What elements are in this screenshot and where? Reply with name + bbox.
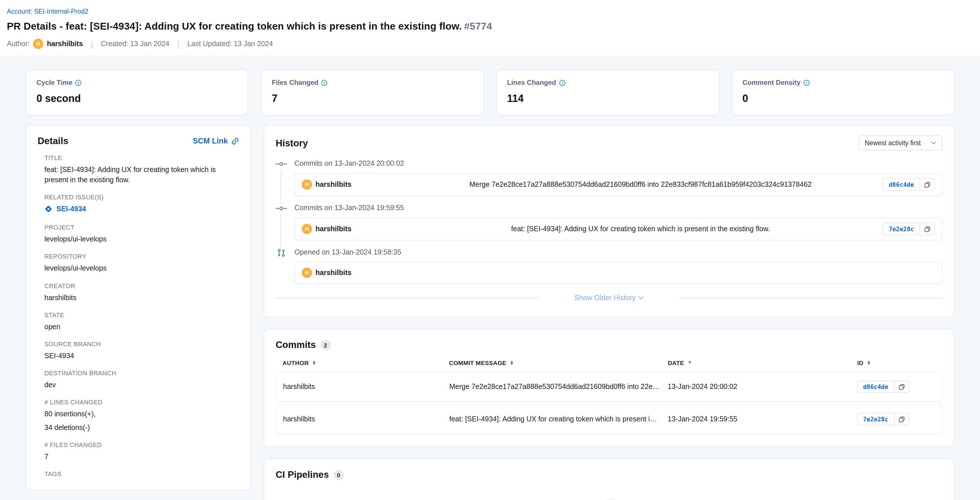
info-icon[interactable] (559, 80, 565, 86)
commit-icon (275, 160, 287, 168)
last-updated-date: Last Updated: 13 Jan 2024 (187, 40, 273, 48)
history-heading: History (275, 137, 308, 148)
issue-key: SEI-4934 (56, 205, 86, 213)
scm-link-label: SCM Link (193, 137, 228, 145)
show-older-history-label: Show Older History (574, 294, 635, 302)
metric-label: Comment Density (743, 79, 801, 86)
commit-hash-link[interactable]: 7e2e28c (882, 223, 920, 235)
created-date: Created: 13 Jan 2024 (101, 40, 169, 48)
copy-icon[interactable] (894, 413, 909, 425)
field-value: 80 insertions(+), (45, 409, 239, 419)
history-sort-dropdown[interactable]: Newest activity first (858, 135, 942, 150)
issue-type-icon (45, 205, 52, 213)
table-row: harshilbits Merge 7e2e28ce17a27a888e5307… (275, 372, 942, 401)
metric-card-lines-changed: Lines Changed 114 (496, 70, 719, 116)
commit-hash-link[interactable]: 7e2e28c (857, 413, 894, 425)
commit-message: feat: [SEI-4934]: Adding UX for creating… (399, 225, 882, 233)
cell-commit-message: Merge 7e2e28ce17a27a888e530754dd6ad21609… (449, 383, 668, 391)
field-value: SEI-4934 (45, 351, 239, 361)
column-header-id[interactable]: ID ▲▼ (857, 359, 935, 366)
copy-icon[interactable] (894, 381, 909, 393)
history-commit-card: H harshilbits Merge 7e2e28ce17a27a888e53… (294, 173, 942, 196)
column-header-date[interactable]: DATE ▼ (668, 359, 857, 366)
column-label: DATE (668, 359, 684, 366)
field-label: REPOSITORY (45, 253, 239, 260)
detail-field-files-changed: # FILES CHANGED 7 (45, 442, 239, 462)
table-row: harshilbits feat: [SEI-4934]: Adding UX … (275, 404, 942, 434)
info-icon[interactable] (803, 80, 810, 86)
ci-empty-state: No Data (275, 480, 942, 500)
sort-desc-icon: ▼ (687, 361, 692, 364)
commit-icon (275, 204, 287, 212)
cell-date: 13-Jan-2024 20:00:02 (668, 383, 857, 391)
metrics-row: Cycle Time 0 second Files Changed 7 Line… (25, 70, 955, 116)
field-label: TAGS (45, 471, 239, 478)
detail-field-project: PROJECT levelops/ui-levelops (45, 224, 239, 245)
metric-value: 7 (272, 93, 473, 105)
field-value: dev (45, 380, 239, 390)
field-value: open (45, 322, 239, 332)
commit-hash-link[interactable]: d86c4de (857, 381, 894, 393)
metric-label: Files Changed (272, 79, 318, 86)
commits-count-badge: 2 (320, 340, 331, 350)
copy-icon[interactable] (920, 178, 935, 191)
detail-field-related-issues: RELATED ISSUE(S) SEI-4934 (45, 194, 239, 215)
ci-pipelines-heading: CI Pipelines (275, 469, 329, 480)
field-value: feat: [SEI-4934]: Adding UX for creating… (45, 165, 239, 185)
detail-field-destination-branch: DESTINATION BRANCH dev (45, 369, 239, 390)
detail-field-source-branch: SOURCE BRANCH SEI-4934 (45, 341, 239, 361)
commit-hash-link[interactable]: d86c4de (882, 178, 920, 191)
details-heading: Details (38, 135, 68, 146)
column-label: AUTHOR (282, 359, 309, 366)
chevron-down-icon (931, 141, 936, 145)
show-older-history-link[interactable]: Show Older History (574, 294, 643, 302)
field-label: RELATED ISSUE(S) (45, 194, 239, 201)
scm-link[interactable]: SCM Link (193, 137, 239, 145)
history-opened-card: H harshilbits (294, 262, 942, 283)
page-content: Cycle Time 0 second Files Changed 7 Line… (0, 56, 980, 500)
commits-heading: Commits (275, 339, 316, 350)
commit-author: harshilbits (315, 180, 352, 188)
author-avatar: H (302, 179, 312, 189)
field-value: 7 (45, 452, 239, 462)
info-icon[interactable] (321, 80, 328, 86)
field-value: 34 deletions(-) (45, 422, 239, 433)
ci-pipelines-panel: CI Pipelines 0 No Data (264, 459, 955, 500)
page-header: Account: SEI-Internal-Prod2 PR Details -… (0, 0, 980, 56)
commit-message: Merge 7e2e28ce17a27a888e530754dd6ad21609… (399, 180, 882, 188)
sort-icon: ▲▼ (312, 360, 316, 365)
metric-card-cycle-time: Cycle Time 0 second (25, 70, 248, 116)
divider (679, 298, 942, 298)
history-panel: History Newest activity first Commits on… (264, 125, 955, 317)
copy-icon[interactable] (920, 223, 935, 235)
column-header-author[interactable]: AUTHOR ▲▼ (282, 359, 449, 366)
timeline-entry-label: Commits on 13-Jan-2024 20:00:02 (294, 159, 942, 167)
chevron-down-icon (639, 296, 644, 299)
detail-field-state: STATE open (45, 311, 239, 332)
timeline-entry: Commits on 13-Jan-2024 20:00:02 H harshi… (275, 159, 942, 196)
column-label: COMMIT MESSAGE (449, 359, 506, 366)
column-header-commit-message[interactable]: COMMIT MESSAGE ▲▼ (449, 359, 668, 366)
field-label: # LINES CHANGED (45, 399, 239, 406)
metric-label: Lines Changed (507, 79, 556, 86)
field-label: STATE (45, 311, 239, 318)
timeline-entry-label: Opened on 13-Jan-2024 19:58:35 (294, 248, 942, 256)
field-label: DESTINATION BRANCH (45, 369, 239, 376)
detail-field-tags: TAGS (45, 471, 239, 478)
page-title: PR Details - feat: [SEI-4934]: Adding UX… (7, 21, 973, 32)
detail-field-repository: REPOSITORY levelops/ui-levelops (45, 253, 239, 274)
commits-table-body: harshilbits Merge 7e2e28ce17a27a888e5307… (275, 372, 942, 434)
related-issue-link[interactable]: SEI-4934 (45, 205, 86, 213)
page-title-text: PR Details - feat: [SEI-4934]: Adding UX… (7, 21, 462, 32)
field-value: harshilbits (45, 292, 239, 303)
detail-field-creator: CREATOR harshilbits (45, 282, 239, 303)
empty-box-icon (598, 498, 620, 500)
field-label: CREATOR (45, 282, 239, 289)
timeline-entry: Opened on 13-Jan-2024 19:58:35 H harshil… (275, 248, 942, 283)
timeline-entry-label: Commits on 13-Jan-2024 19:59:55 (294, 204, 942, 212)
account-breadcrumb-link[interactable]: Account: SEI-Internal-Prod2 (7, 8, 88, 15)
sort-icon: ▲▼ (867, 360, 871, 365)
info-icon[interactable] (75, 80, 81, 86)
cell-author: harshilbits (283, 383, 449, 391)
metric-card-comment-density: Comment Density 0 (732, 70, 955, 116)
